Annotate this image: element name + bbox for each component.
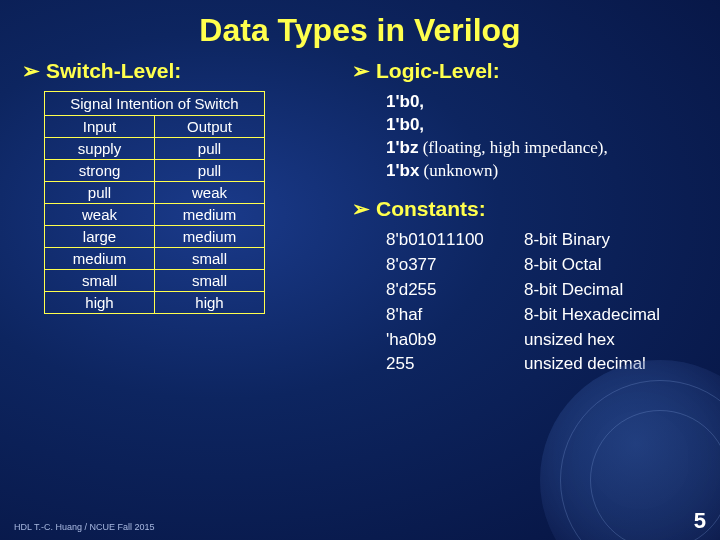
logic-code: 1'b0, <box>386 115 424 134</box>
table-cell: weak <box>45 204 155 226</box>
switch-col-input: Input <box>45 116 155 138</box>
logic-item: 1'bz (floating, high impedance), <box>386 137 698 160</box>
table-cell: high <box>155 292 265 314</box>
table-cell: supply <box>45 138 155 160</box>
switch-level-heading-text: Switch-Level: <box>46 59 181 82</box>
logic-code: 1'bz <box>386 138 418 157</box>
constants-heading: ➢Constants: <box>352 197 698 221</box>
table-row: largemedium <box>45 226 265 248</box>
table-row: highhigh <box>45 292 265 314</box>
logic-level-list: 1'b0,1'b0,1'bz (floating, high impedance… <box>386 91 698 183</box>
table-cell: small <box>155 248 265 270</box>
bullet-arrow-icon: ➢ <box>22 59 40 82</box>
table-cell: pull <box>45 182 155 204</box>
table-row: weakmedium <box>45 204 265 226</box>
logic-note: (floating, high impedance), <box>418 138 607 157</box>
table-cell: small <box>155 270 265 292</box>
constant-literal: 8'o377 <box>386 254 516 277</box>
right-column: ➢Logic-Level: 1'b0,1'b0,1'bz (floating, … <box>352 59 698 376</box>
constant-literal: 8'haf <box>386 304 516 327</box>
table-cell: pull <box>155 160 265 182</box>
constants-grid: 8'b010111008-bit Binary8'o3778-bit Octal… <box>386 229 698 377</box>
bullet-arrow-icon: ➢ <box>352 197 370 220</box>
table-row: supplypull <box>45 138 265 160</box>
constant-literal: 8'b01011100 <box>386 229 516 252</box>
logic-level-heading-text: Logic-Level: <box>376 59 500 82</box>
logic-item: 1'b0, <box>386 91 698 114</box>
table-row: smallsmall <box>45 270 265 292</box>
table-cell: medium <box>155 226 265 248</box>
left-column: ➢Switch-Level: Signal Intention of Switc… <box>22 59 322 376</box>
table-cell: weak <box>155 182 265 204</box>
bullet-arrow-icon: ➢ <box>352 59 370 82</box>
logic-item: 1'b0, <box>386 114 698 137</box>
constant-literal: 255 <box>386 353 516 376</box>
table-row: strongpull <box>45 160 265 182</box>
constant-literal: 8'd255 <box>386 279 516 302</box>
table-cell: high <box>45 292 155 314</box>
logic-note: (unknown) <box>419 161 498 180</box>
footer-credit: HDL T.-C. Huang / NCUE Fall 2015 <box>14 522 155 532</box>
switch-table: Signal Intention of Switch Input Output … <box>44 91 265 314</box>
constant-description: 8-bit Hexadecimal <box>524 304 698 327</box>
constant-description: 8-bit Decimal <box>524 279 698 302</box>
switch-table-caption: Signal Intention of Switch <box>44 91 265 115</box>
constant-literal: 'ha0b9 <box>386 329 516 352</box>
logic-level-heading: ➢Logic-Level: <box>352 59 698 83</box>
logic-code: 1'bx <box>386 161 419 180</box>
table-row: pullweak <box>45 182 265 204</box>
logic-item: 1'bx (unknown) <box>386 160 698 183</box>
switch-level-heading: ➢Switch-Level: <box>22 59 322 83</box>
content-area: ➢Switch-Level: Signal Intention of Switc… <box>0 59 720 376</box>
page-number: 5 <box>694 508 706 534</box>
table-row: mediumsmall <box>45 248 265 270</box>
page-title: Data Types in Verilog <box>0 0 720 59</box>
constant-description: 8-bit Octal <box>524 254 698 277</box>
table-cell: large <box>45 226 155 248</box>
table-cell: small <box>45 270 155 292</box>
table-cell: strong <box>45 160 155 182</box>
table-cell: medium <box>155 204 265 226</box>
constants-heading-text: Constants: <box>376 197 486 220</box>
constant-description: unsized hex <box>524 329 698 352</box>
switch-col-output: Output <box>155 116 265 138</box>
logic-code: 1'b0, <box>386 92 424 111</box>
constant-description: 8-bit Binary <box>524 229 698 252</box>
table-cell: pull <box>155 138 265 160</box>
table-cell: medium <box>45 248 155 270</box>
